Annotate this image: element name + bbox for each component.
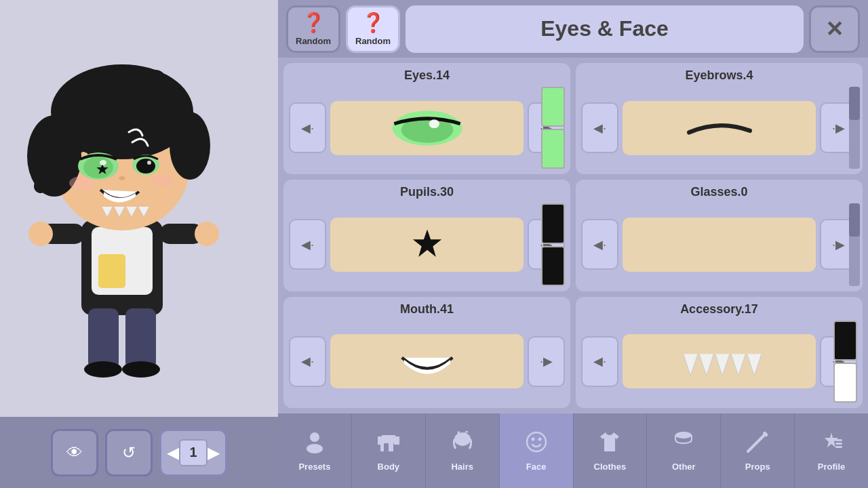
glasses-preview xyxy=(623,218,816,272)
clothes-icon xyxy=(597,430,622,459)
pupils-preview xyxy=(330,218,524,272)
eyebrows-card: Eyebrows.4 ◀· ·▶ xyxy=(576,63,863,174)
accessory-color-swatch-2[interactable] xyxy=(833,363,857,403)
pupils-color-column xyxy=(541,203,565,285)
svg-point-35 xyxy=(527,432,546,451)
accessory-controls: ◀· ·▶ xyxy=(581,321,857,403)
eye-toggle-button[interactable]: 👁 xyxy=(51,429,98,476)
random-button-1[interactable]: ❓ Random xyxy=(286,5,340,53)
pupils-prev-button[interactable]: ◀· xyxy=(289,219,326,270)
face-label: Face xyxy=(526,462,547,472)
svg-point-27 xyxy=(153,175,173,187)
svg-point-34 xyxy=(454,432,471,446)
profile-label: Profile xyxy=(818,462,845,472)
bottom-nav: Presets Body H xyxy=(278,413,868,488)
glasses-prev-button[interactable]: ◀· xyxy=(581,219,618,270)
section-title: Eyes & Face xyxy=(406,5,804,53)
accessory-color-swatch-1[interactable] xyxy=(833,321,857,361)
nav-item-presets[interactable]: Presets xyxy=(278,413,352,488)
left-bottom-controls: 👁 ↺ ◀ 1 ▶ xyxy=(0,417,278,488)
next-page-icon[interactable]: ▶ xyxy=(208,443,220,462)
random-button-2[interactable]: ❓ Random xyxy=(346,5,400,53)
eyes-card: Eyes.14 ◀· ·▶ xyxy=(283,63,570,174)
nav-item-body[interactable]: Body xyxy=(352,413,426,488)
pupils-controls: ◀· ·▶ xyxy=(289,203,565,285)
svg-point-10 xyxy=(122,361,160,378)
svg-rect-42 xyxy=(835,439,842,441)
eyes-color-swatch-1[interactable] xyxy=(541,87,565,127)
svg-point-15 xyxy=(170,112,210,180)
svg-point-33 xyxy=(307,444,323,453)
eyebrows-scroll-thumb xyxy=(849,87,860,120)
svg-rect-44 xyxy=(835,446,842,448)
other-label: Other xyxy=(672,462,696,472)
glasses-scrollbar[interactable] xyxy=(849,203,860,285)
body-label: Body xyxy=(378,462,400,472)
eyes-color-column xyxy=(541,87,565,169)
body-icon xyxy=(376,430,401,459)
refresh-button[interactable]: ↺ xyxy=(105,429,153,476)
svg-point-24 xyxy=(147,161,151,165)
pupils-card: Pupils.30 ◀· ·▶ xyxy=(283,180,570,291)
random-label-1: Random xyxy=(296,36,331,46)
svg-point-38 xyxy=(675,432,692,439)
accessory-title: Accessory.17 xyxy=(581,302,857,317)
eyebrows-title: Eyebrows.4 xyxy=(581,68,857,83)
mouth-preview xyxy=(330,334,524,388)
nav-item-clothes[interactable]: Clothes xyxy=(574,413,648,488)
svg-line-39 xyxy=(748,435,764,451)
svg-point-19 xyxy=(83,157,113,178)
nav-item-profile[interactable]: Profile xyxy=(795,413,868,488)
left-panel: 👁 ↺ ◀ 1 ▶ xyxy=(0,0,278,488)
accessory-prev-button[interactable]: ◀· xyxy=(581,336,618,387)
pupils-color-swatch-1[interactable] xyxy=(541,203,565,243)
svg-point-30 xyxy=(429,119,439,128)
feature-grid: Eyes.14 ◀· ·▶ Eye xyxy=(278,58,868,413)
eyebrows-scrollbar[interactable] xyxy=(849,87,860,169)
accessory-color-column xyxy=(833,321,857,403)
pupils-color-swatch-2[interactable] xyxy=(541,246,565,286)
other-icon xyxy=(671,430,696,459)
random-label-2: Random xyxy=(355,36,391,46)
glasses-scroll-thumb xyxy=(849,203,860,237)
svg-marker-31 xyxy=(412,230,441,257)
hairs-label: Hairs xyxy=(451,462,473,472)
svg-point-36 xyxy=(531,438,534,441)
nav-item-props[interactable]: Props xyxy=(721,413,795,488)
mouth-next-button[interactable]: ·▶ xyxy=(528,336,565,387)
page-number: 1 xyxy=(179,439,208,466)
eyebrows-preview xyxy=(623,101,816,155)
hairs-icon xyxy=(450,430,475,459)
mouth-card: Mouth.41 ◀· ·▶ xyxy=(283,297,570,408)
eyes-controls: ◀· ·▶ xyxy=(289,87,565,169)
svg-point-5 xyxy=(28,222,53,246)
svg-point-6 xyxy=(195,222,219,246)
mouth-controls: ◀· ·▶ xyxy=(289,321,565,403)
nav-item-other[interactable]: Other xyxy=(647,413,721,488)
eyebrows-prev-button[interactable]: ◀· xyxy=(581,102,618,153)
close-button[interactable]: ✕ xyxy=(809,5,860,53)
glasses-controls: ◀· ·▶ xyxy=(581,203,857,285)
svg-point-16 xyxy=(79,73,104,103)
accessory-card: Accessory.17 ◀· ·▶ xyxy=(576,297,863,408)
svg-point-32 xyxy=(310,432,319,442)
svg-point-23 xyxy=(136,159,155,174)
svg-point-17 xyxy=(145,70,167,97)
eyes-preview xyxy=(330,101,524,155)
accessory-preview xyxy=(623,334,816,388)
prev-page-icon[interactable]: ◀ xyxy=(167,443,179,462)
eyes-prev-button[interactable]: ◀· xyxy=(289,102,326,153)
eyes-color-swatch-2[interactable] xyxy=(541,129,565,169)
toolbar: ❓ Random ❓ Random Eyes & Face ✕ xyxy=(278,0,868,58)
page-nav[interactable]: ◀ 1 ▶ xyxy=(159,429,227,476)
eyes-title: Eyes.14 xyxy=(289,68,565,83)
mouth-prev-button[interactable]: ◀· xyxy=(289,336,326,387)
props-icon xyxy=(745,430,770,459)
svg-point-26 xyxy=(69,176,94,190)
svg-point-21 xyxy=(100,160,106,165)
presets-label: Presets xyxy=(298,462,330,472)
nav-item-hairs[interactable]: Hairs xyxy=(426,413,500,488)
clothes-label: Clothes xyxy=(594,462,627,472)
svg-rect-8 xyxy=(125,308,156,369)
nav-item-face[interactable]: Face xyxy=(500,413,574,488)
